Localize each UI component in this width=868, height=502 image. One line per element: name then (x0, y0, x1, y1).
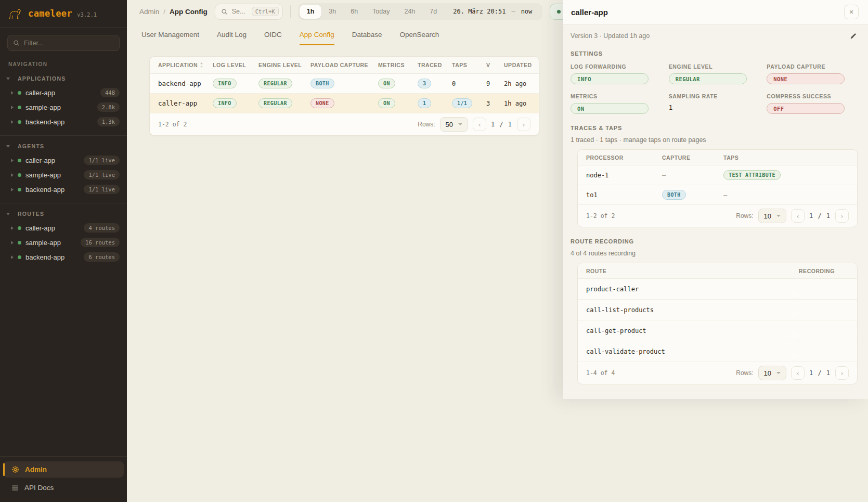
field-sampling-rate: SAMPLING RATE 1 (669, 93, 760, 114)
cell-route: call-list-products (586, 306, 799, 314)
column-header-metrics: METRICS (378, 62, 418, 68)
traces-row-node-1[interactable]: node-1 — TEST ATTRIBUTE (578, 165, 857, 185)
item-label: sample-app (25, 239, 61, 247)
filter-input[interactable] (24, 40, 102, 47)
route-row-call-list-products: call-list-products (578, 300, 857, 320)
search-input[interactable] (232, 8, 248, 15)
field-compress-success: COMPRESS SUCCESS OFF (767, 93, 858, 114)
sidebar-item-routes-backend-app[interactable]: backend-app 6 routes (0, 250, 127, 264)
chevron-down-icon (6, 213, 10, 215)
edit-icon[interactable] (850, 33, 857, 40)
range-button-3h[interactable]: 3h (321, 5, 343, 19)
table-row-backend-app[interactable]: backend-app INFO REGULAR BOTH ON 3 0 9 2… (150, 74, 539, 94)
next-page-button[interactable]: › (835, 209, 849, 223)
cell-updated: 1h ago (504, 100, 530, 107)
sidebar-item-routes-caller-app[interactable]: caller-app 4 routes (0, 221, 127, 235)
prev-page-button[interactable]: ‹ (791, 366, 805, 380)
range-button-1h[interactable]: 1h (300, 5, 322, 19)
pagination-range: 1-4 of 4 (586, 369, 615, 377)
next-page-button[interactable]: › (517, 118, 530, 131)
log-level-pill: INFO (213, 98, 237, 108)
time-range-display[interactable]: 26. März 20:51 — now (444, 8, 541, 15)
cell-taps: 0 (452, 80, 486, 87)
item-label: caller-app (25, 224, 55, 232)
section-header-agents[interactable]: AGENTS (0, 140, 127, 153)
chevron-right-icon (11, 255, 14, 259)
time-range-segment: 1h 3h 6h Today 24h 7d 26. März 20:51 — n… (298, 3, 543, 20)
tab-oidc[interactable]: OIDC (264, 31, 282, 45)
chevron-down-icon (6, 145, 10, 148)
settings-section-label: SETTINGS (571, 50, 858, 57)
range-button-today[interactable]: Today (365, 5, 397, 19)
column-header-payload-capture: PAYLOAD CAPTURE (310, 62, 378, 68)
rows-label: Rows: (736, 212, 753, 220)
chevron-right-icon (11, 241, 14, 244)
live-badge: 1/1 live (84, 185, 120, 194)
count-badge: 2.8k (97, 102, 120, 112)
range-button-7d[interactable]: 7d (422, 5, 444, 19)
range-button-6h[interactable]: 6h (343, 5, 365, 19)
tab-database[interactable]: Database (352, 31, 382, 45)
time-from: 26. März 20:51 (453, 8, 506, 15)
rows-label: Rows: (418, 121, 435, 128)
tab-opensearch[interactable]: OpenSearch (399, 31, 439, 45)
cell-route: call-validate-product (586, 348, 799, 355)
traces-table: PROCESSOR CAPTURE TAPS node-1 — TEST ATT… (577, 149, 858, 227)
sidebar-item-applications-sample-app[interactable]: sample-app 2.8k (0, 100, 127, 114)
breadcrumb-parent[interactable]: Admin (139, 8, 159, 16)
sidebar-section-routes: ROUTES caller-app 4 routes sample-app 16… (0, 203, 127, 264)
section-label: APPLICATIONS (18, 75, 66, 82)
column-header-taps: TAPS (452, 62, 486, 68)
sidebar-item-api-docs[interactable]: API Docs (3, 480, 124, 496)
tab-audit-log[interactable]: Audit Log (217, 31, 247, 45)
panel-header: caller-app × (563, 0, 868, 24)
prev-page-button[interactable]: ‹ (473, 118, 486, 131)
traces-row-to1[interactable]: to1 BOTH — (578, 185, 857, 205)
global-search[interactable]: Ctrl+K (215, 4, 283, 20)
sidebar-item-applications-backend-app[interactable]: backend-app 1.3k (0, 114, 127, 129)
sidebar-item-routes-sample-app[interactable]: sample-app 16 routes (0, 235, 127, 250)
routes-badge: 4 routes (84, 223, 120, 233)
page-indicator: 1 / 1 (809, 212, 831, 220)
cell-updated: 2h ago (504, 80, 530, 87)
routes-header-row: ROUTE RECORDING (578, 263, 857, 279)
section-header-applications[interactable]: APPLICATIONS (0, 72, 127, 85)
prev-page-button[interactable]: ‹ (791, 209, 805, 223)
cell-application: backend-app (158, 80, 213, 87)
table-row-caller-app[interactable]: caller-app INFO REGULAR NONE ON 1 1/1 3 … (150, 94, 539, 113)
page-indicator: 1 / 1 (491, 121, 512, 128)
cell-taps: — (723, 191, 849, 199)
rows-per-page-select[interactable]: 10 (758, 209, 786, 223)
sidebar-item-agents-caller-app[interactable]: caller-app 1/1 live (0, 153, 127, 168)
section-header-routes[interactable]: ROUTES (0, 208, 127, 221)
section-label: AGENTS (18, 143, 44, 149)
tab-app-config[interactable]: App Config (300, 31, 334, 45)
rows-label: Rows: (736, 369, 753, 377)
gear-icon (11, 466, 19, 473)
tab-user-management[interactable]: User Management (141, 31, 199, 45)
value-pill: NONE (767, 73, 845, 84)
rows-per-page-select[interactable]: 50 (440, 117, 468, 132)
sidebar-item-applications-caller-app[interactable]: caller-app 448 (0, 85, 127, 100)
routes-badge: 16 routes (81, 238, 120, 247)
field-engine-level: ENGINE LEVEL REGULAR (669, 63, 760, 84)
column-header-capture: CAPTURE (662, 155, 723, 161)
status-dot (18, 91, 21, 95)
value-pill: REGULAR (669, 73, 747, 84)
app-version: v3.2.1 (77, 11, 97, 18)
sidebar-item-agents-sample-app[interactable]: sample-app 1/1 live (0, 168, 127, 182)
next-page-button[interactable]: › (835, 366, 849, 380)
admin-label: Admin (25, 466, 47, 473)
close-panel-button[interactable]: × (844, 5, 859, 19)
status-dot (18, 188, 21, 191)
range-button-24h[interactable]: 24h (397, 5, 422, 19)
item-label: sample-app (25, 104, 61, 111)
sidebar-item-admin[interactable]: Admin (3, 461, 124, 478)
column-header-application[interactable]: APPLICATION (158, 62, 213, 68)
sidebar-item-agents-backend-app[interactable]: backend-app 1/1 live (0, 182, 127, 197)
rows-per-page-select[interactable]: 10 (758, 366, 786, 380)
live-dot (557, 10, 561, 14)
time-separator: — (511, 8, 515, 15)
sidebar-filter[interactable] (7, 35, 120, 51)
cell-capture: — (662, 172, 723, 179)
